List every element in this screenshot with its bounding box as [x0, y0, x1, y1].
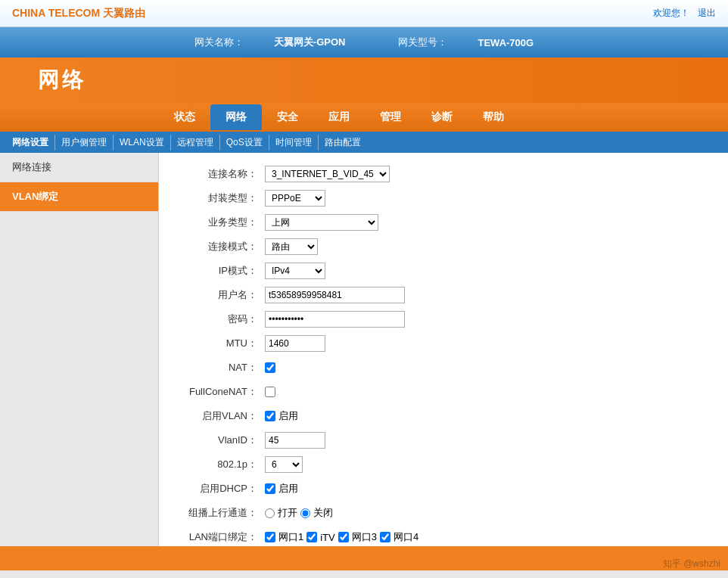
lan-port-itv-checkbox[interactable] [306, 532, 317, 542]
8021p-label: 802.1p： [174, 458, 265, 471]
8021p-control: 6 [265, 456, 303, 473]
form-section: 连接名称： 3_INTERNET_B_VID_45 封装类型： PPPoE [174, 165, 713, 546]
sub-remote[interactable]: 远程管理 [171, 135, 220, 151]
top-bar: CHINA TELECOM 天翼路由 欢迎您！ 退出 [0, 0, 728, 27]
nav-help[interactable]: 帮助 [468, 104, 519, 130]
vlan-id-control [265, 432, 325, 449]
username-input[interactable] [265, 287, 405, 303]
mtu-control [265, 335, 325, 352]
encap-type-control: PPPoE [265, 190, 325, 207]
password-control [265, 311, 405, 328]
upstream-open-radio[interactable] [265, 508, 275, 518]
nav-app[interactable]: 应用 [313, 104, 365, 130]
content-wrapper: 网络连接 VLAN绑定 连接名称： 3_INTERNET_B_VID_45 封装… [0, 153, 728, 546]
sidebar-item-vlan-binding[interactable]: VLAN绑定 [0, 182, 158, 212]
fullconenat-label: FullConeNAT： [174, 385, 265, 399]
username-label: 用户名： [174, 288, 265, 302]
fullconenat-control [265, 387, 275, 397]
connection-mode-label: 连接模式： [174, 240, 265, 253]
logo-text: CHINA TELECOM 天翼路由 [12, 7, 145, 20]
connection-name-control: 3_INTERNET_B_VID_45 [265, 166, 390, 182]
nav-manage[interactable]: 管理 [365, 104, 416, 130]
logout-link[interactable]: 退出 [698, 8, 716, 18]
nat-control [265, 362, 275, 373]
gateway-type-value: TEWA-700G [478, 37, 534, 48]
enable-vlan-text: 启用 [278, 409, 298, 423]
lan-port-itv-label: iTV [320, 532, 335, 543]
nat-row: NAT： [174, 359, 713, 377]
fullconenat-row: FullConeNAT： [174, 383, 713, 401]
header: 网络 [0, 57, 728, 103]
ip-mode-control: IPv4 [265, 263, 325, 279]
enable-dhcp-row: 启用DHCP： 启用 [174, 480, 713, 498]
enable-vlan-checkbox[interactable] [265, 411, 275, 421]
mtu-input[interactable] [265, 335, 325, 352]
connection-name-row: 连接名称： 3_INTERNET_B_VID_45 [174, 165, 713, 183]
upstream-close-label: 关闭 [313, 506, 333, 520]
sidebar: 网络连接 VLAN绑定 [0, 153, 159, 546]
connection-name-select[interactable]: 3_INTERNET_B_VID_45 [265, 166, 390, 182]
sub-user-manage[interactable]: 用户侧管理 [55, 135, 114, 151]
lan-port3-checkbox[interactable] [338, 532, 349, 542]
sub-network-settings[interactable]: 网络设置 [6, 135, 55, 151]
welcome-text: 欢迎您！ [653, 8, 689, 18]
fullconenat-checkbox[interactable] [265, 387, 275, 397]
nav-security[interactable]: 安全 [262, 104, 313, 130]
enable-dhcp-checkbox[interactable] [265, 483, 275, 494]
enable-dhcp-label: 启用DHCP： [174, 482, 265, 496]
vlan-id-input[interactable] [265, 432, 325, 449]
gateway-type-label: 网关型号： [398, 36, 447, 49]
nav-status[interactable]: 状态 [159, 104, 210, 130]
nat-label: NAT： [174, 361, 265, 374]
main-content: 连接名称： 3_INTERNET_B_VID_45 封装类型： PPPoE [159, 153, 728, 546]
lan-port1-checkbox[interactable] [265, 532, 275, 542]
lan-port1-label: 网口1 [278, 530, 303, 544]
upstream-open-label: 打开 [278, 506, 297, 520]
lan-binding-label: LAN端口绑定： [174, 530, 265, 544]
sub-qos[interactable]: QoS设置 [220, 135, 269, 151]
sidebar-item-network-connection[interactable]: 网络连接 [0, 153, 158, 182]
header-title: 网络 [38, 66, 86, 95]
password-label: 密码： [174, 312, 265, 326]
sub-nav: 网络设置 用户侧管理 WLAN设置 远程管理 QoS设置 时间管理 路由配置 [0, 132, 728, 153]
encap-type-label: 封装类型： [174, 191, 265, 205]
gateway-bar: 网关名称： 天翼网关-GPON 网关型号： TEWA-700G [0, 27, 728, 57]
upstream-channel-row: 组播上行通道： 打开 关闭 [174, 504, 713, 522]
nav-network[interactable]: 网络 [210, 104, 262, 130]
footer: Copyright @CT2016 Technologies Co.,Ltd 2… [0, 569, 728, 578]
sub-route[interactable]: 路由配置 [319, 135, 367, 151]
mtu-label: MTU： [174, 337, 265, 350]
lan-port4-label: 网口4 [394, 530, 418, 544]
service-type-label: 业务类型： [174, 216, 265, 229]
connection-name-label: 连接名称： [174, 167, 265, 181]
sub-wlan[interactable]: WLAN设置 [114, 135, 171, 151]
service-type-select[interactable]: 上网 [265, 214, 378, 231]
connection-mode-control: 路由 [265, 238, 318, 255]
ip-mode-select[interactable]: IPv4 [265, 263, 325, 279]
connection-mode-select[interactable]: 路由 [265, 238, 318, 255]
8021p-select[interactable]: 6 [265, 456, 303, 473]
upstream-close-radio[interactable] [300, 508, 310, 518]
encap-type-row: 封装类型： PPPoE [174, 189, 713, 207]
vlan-id-row: VlanID： [174, 431, 713, 449]
watermark: 知乎 @wshzhi [663, 558, 720, 570]
username-row: 用户名： [174, 286, 713, 304]
nat-checkbox[interactable] [265, 362, 275, 373]
logo-area: CHINA TELECOM 天翼路由 [12, 7, 145, 20]
enable-vlan-control: 启用 [265, 409, 298, 423]
top-links: 欢迎您！ 退出 [646, 7, 716, 20]
nav-diagnose[interactable]: 诊断 [416, 104, 468, 130]
connection-mode-row: 连接模式： 路由 [174, 238, 713, 256]
enable-dhcp-text: 启用 [278, 482, 298, 496]
sub-time[interactable]: 时间管理 [269, 135, 319, 151]
service-type-row: 业务类型： 上网 [174, 213, 713, 232]
vlan-id-label: VlanID： [174, 434, 265, 447]
encap-type-select[interactable]: PPPoE [265, 190, 325, 207]
lan-binding-control: 网口1 iTV 网口3 网口4 [265, 530, 418, 544]
password-row: 密码： [174, 310, 713, 328]
gateway-name-value: 天翼网关-GPON [274, 36, 346, 49]
password-input[interactable] [265, 311, 405, 328]
gateway-name-label: 网关名称： [194, 36, 244, 49]
lan-port4-checkbox[interactable] [380, 532, 390, 542]
ip-mode-label: IP模式： [174, 264, 265, 278]
